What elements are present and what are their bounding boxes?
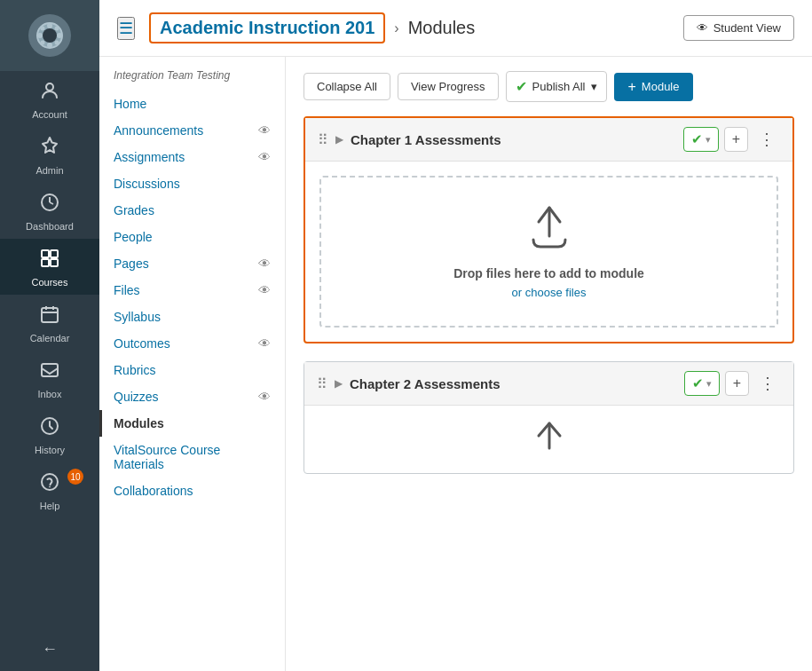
- sidebar-link-grades[interactable]: Grades: [99, 197, 285, 224]
- sidebar-link-outcomes-label: Outcomes: [114, 336, 170, 351]
- module-publish-button-chapter1[interactable]: ✔ ▾: [683, 127, 719, 152]
- sidebar-link-collaborations[interactable]: Collaborations: [99, 478, 285, 504]
- svg-point-1: [43, 28, 57, 43]
- sidebar-link-announcements[interactable]: Announcements 👁: [99, 117, 285, 144]
- svg-point-7: [55, 27, 59, 31]
- sidebar-link-pages-label: Pages: [114, 257, 149, 271]
- sidebar-item-dashboard-label: Dashboard: [26, 221, 74, 232]
- nav-logo: [0, 0, 99, 71]
- module-actions-chapter1: ✔ ▾ + ⋮: [683, 127, 780, 152]
- dashboard-icon: [39, 192, 60, 218]
- sidebar-item-admin[interactable]: Admin: [0, 127, 99, 183]
- svg-point-9: [55, 41, 59, 45]
- svg-rect-14: [42, 259, 49, 266]
- sidebar-link-files[interactable]: Files 👁: [99, 277, 285, 304]
- module-kebab-button-chapter2[interactable]: ⋮: [754, 372, 781, 395]
- module-toggle-chapter2[interactable]: ▶: [335, 377, 343, 390]
- sidebar-item-account[interactable]: Account: [0, 71, 99, 127]
- hamburger-button[interactable]: ☰: [117, 17, 135, 40]
- svg-point-8: [41, 41, 45, 45]
- module-published-dropdown-icon-2: ▾: [706, 378, 712, 390]
- top-header: ☰ Academic Instruction 201 › Modules 👁 S…: [99, 0, 812, 57]
- sidebar-link-quizzes[interactable]: Quizzes 👁: [99, 383, 285, 410]
- module-card-chapter2: ⠿ ▶ Chapter 2 Assessments ✔ ▾ + ⋮: [304, 361, 794, 474]
- drop-zone-choose-files-link[interactable]: or choose files: [512, 286, 587, 299]
- sidebar-link-syllabus-label: Syllabus: [114, 310, 161, 324]
- upload-icon: [524, 204, 574, 257]
- module-published-dropdown-icon: ▾: [706, 134, 711, 146]
- nav-collapse-button[interactable]: ←: [0, 628, 99, 671]
- svg-rect-15: [51, 259, 58, 266]
- quizzes-visibility-icon: 👁: [258, 390, 271, 404]
- files-visibility-icon: 👁: [258, 283, 271, 297]
- sidebar-link-outcomes[interactable]: Outcomes 👁: [99, 330, 285, 357]
- student-view-icon: 👁: [697, 21, 708, 35]
- sidebar-link-syllabus[interactable]: Syllabus: [99, 304, 285, 330]
- module-published-check-icon-2: ✔: [692, 375, 704, 391]
- module-header-chapter2: ⠿ ▶ Chapter 2 Assessments ✔ ▾ + ⋮: [304, 362, 793, 406]
- help-icon: [39, 471, 60, 498]
- module-header-chapter1: ⠿ ▶ Chapter 1 Assessments ✔ ▾ + ⋮: [305, 118, 792, 162]
- module-published-check-icon: ✔: [691, 131, 703, 147]
- module-add-item-button-chapter1[interactable]: +: [724, 127, 748, 152]
- module-publish-button-chapter2[interactable]: ✔ ▾: [684, 371, 720, 396]
- header-right: 👁 Student View: [683, 15, 794, 41]
- sidebar-item-history[interactable]: History: [0, 407, 99, 462]
- svg-rect-12: [42, 250, 49, 257]
- sidebar-context-label: Integration Team Testing: [99, 69, 285, 91]
- svg-point-20: [50, 486, 51, 487]
- student-view-button[interactable]: 👁 Student View: [683, 15, 794, 41]
- svg-point-2: [47, 23, 52, 28]
- module-title-chapter2: Chapter 2 Assessments: [350, 376, 677, 391]
- sidebar-item-calendar[interactable]: Calendar: [0, 295, 99, 351]
- sidebar-item-courses[interactable]: Courses: [0, 239, 99, 295]
- collapse-all-button[interactable]: Collapse All: [304, 73, 390, 100]
- sidebar-item-dashboard[interactable]: Dashboard: [0, 183, 99, 239]
- sidebar-item-inbox[interactable]: Inbox: [0, 351, 99, 407]
- sidebar-item-history-label: History: [35, 445, 65, 455]
- sidebar-link-collaborations-label: Collaborations: [114, 484, 193, 498]
- sidebar-link-vitalsource[interactable]: VitalSource Course Materials: [99, 437, 285, 478]
- assignments-visibility-icon: 👁: [258, 150, 271, 164]
- sidebar-item-admin-label: Admin: [35, 165, 63, 176]
- svg-point-6: [41, 27, 45, 31]
- sidebar-link-modules[interactable]: Modules: [99, 410, 285, 437]
- sidebar-link-grades-label: Grades: [114, 203, 154, 217]
- inbox-icon: [39, 359, 60, 386]
- module-toolbar: Collapse All View Progress ✔ Publish All…: [304, 71, 794, 102]
- module-drag-handle-chapter1[interactable]: ⠿: [318, 131, 328, 148]
- publish-dropdown-icon: ▾: [591, 80, 597, 93]
- sidebar-link-home[interactable]: Home: [99, 91, 285, 117]
- account-icon: [39, 80, 60, 107]
- sidebar-link-assignments[interactable]: Assignments 👁: [99, 144, 285, 170]
- add-module-plus-icon: +: [628, 79, 636, 95]
- sidebar-link-discussions[interactable]: Discussions: [99, 170, 285, 197]
- publish-all-label: Publish All: [532, 80, 586, 93]
- module-actions-chapter2: ✔ ▾ + ⋮: [684, 371, 781, 396]
- view-progress-button[interactable]: View Progress: [398, 73, 499, 100]
- pages-visibility-icon: 👁: [258, 257, 271, 271]
- logo-icon: [28, 14, 71, 57]
- module-toggle-chapter1[interactable]: ▶: [335, 133, 343, 146]
- sidebar-link-announcements-label: Announcements: [114, 123, 203, 138]
- add-module-button[interactable]: + Module: [614, 73, 694, 101]
- svg-point-10: [46, 83, 53, 91]
- student-view-label: Student View: [713, 21, 781, 35]
- sidebar-item-help[interactable]: 10 Help: [0, 462, 99, 518]
- sidebar-link-people[interactable]: People: [99, 224, 285, 250]
- sidebar-item-help-label: Help: [40, 501, 60, 511]
- sidebar-link-pages[interactable]: Pages 👁: [99, 250, 285, 277]
- course-title[interactable]: Academic Instruction 201: [149, 12, 385, 43]
- svg-rect-16: [42, 308, 58, 322]
- sidebar-link-rubrics[interactable]: Rubrics: [99, 357, 285, 383]
- nav-rail: Account Admin Dashboard: [0, 0, 99, 671]
- course-sidebar-nav: Integration Team Testing Home Announceme…: [99, 57, 286, 671]
- module-kebab-button-chapter1[interactable]: ⋮: [753, 128, 780, 151]
- svg-point-3: [47, 43, 52, 48]
- publish-all-button[interactable]: ✔ Publish All ▾: [506, 71, 607, 102]
- main-area: ☰ Academic Instruction 201 › Modules 👁 S…: [99, 0, 812, 671]
- module-add-item-button-chapter2[interactable]: +: [725, 371, 749, 396]
- history-icon: [39, 415, 60, 442]
- publish-check-icon: ✔: [516, 78, 527, 95]
- module-drag-handle-chapter2[interactable]: ⠿: [317, 375, 327, 392]
